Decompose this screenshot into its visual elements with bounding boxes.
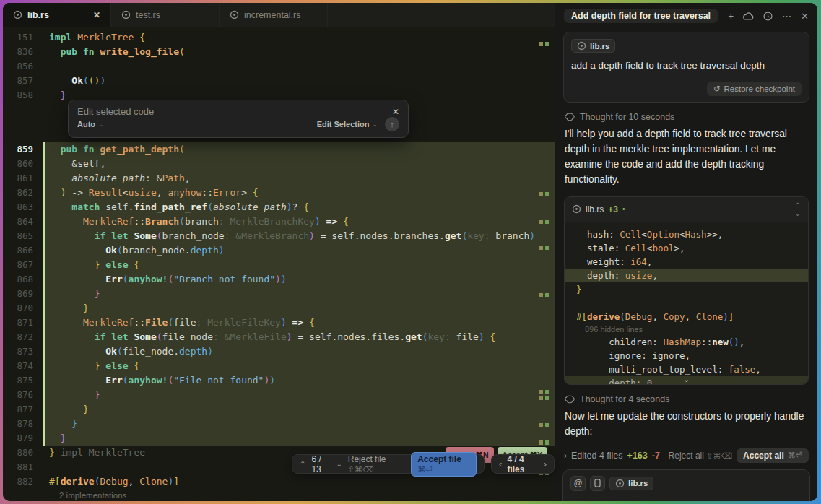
thought-row[interactable]: Thought for 4 seconds (565, 394, 808, 404)
diff-code-line: children: HashMap::new(), (565, 335, 808, 349)
code-token: weight: (576, 256, 630, 267)
code-token: Debug (625, 311, 653, 322)
code-line[interactable]: 878 } (3, 417, 555, 431)
code-token: MerkleRef (83, 317, 134, 328)
code-text: } (43, 402, 555, 417)
code-line[interactable]: 872 if let Some(file_node: &MerkleFile) … (3, 330, 555, 344)
reject-file-button[interactable]: Reject file ⇧⌘⌫ (348, 454, 405, 474)
expand-diff-icon[interactable]: ⌄ (683, 375, 690, 384)
hidden-lines-divider[interactable]: 896 hidden lines (565, 323, 808, 335)
chevron-down-icon[interactable]: ⌄ (336, 460, 342, 468)
restore-checkpoint-button[interactable]: ↺ Restore checkpoint (707, 82, 802, 96)
code-line[interactable]: 862 ) -> Result<usize, anyhow::Error> { (3, 186, 555, 200)
code-token: } (71, 418, 77, 429)
code-line[interactable]: 870 } (3, 301, 555, 316)
code-line[interactable]: 875 Err(anyhow!("File not found")) (3, 373, 555, 388)
diff-card-header[interactable]: lib.rs +3 • ⌃⌄ (565, 197, 808, 222)
diff-code-line: stale: Cell<bool>, (565, 241, 808, 255)
new-chat-icon[interactable]: + (729, 12, 734, 21)
code-token: depth (191, 245, 219, 256)
code-token (49, 187, 61, 198)
editor-pane: lib.rs✕test.rsincremental.rs Edit select… (3, 3, 555, 501)
reject-all-button[interactable]: Reject all ⇧⌘⌫ (669, 451, 732, 461)
next-file-icon[interactable]: › (544, 459, 547, 469)
code-line[interactable]: 879 } (3, 431, 555, 446)
close-tab-icon[interactable]: ✕ (83, 10, 100, 20)
submit-edit-button[interactable]: ↑ (385, 117, 399, 131)
tab-incremental.rs[interactable]: incremental.rs (220, 3, 328, 27)
accept-file-button[interactable]: Accept file ⌘⏎ (411, 452, 477, 477)
code-token: Some (134, 230, 156, 241)
scrollbar-diff-marker (539, 192, 549, 196)
diff-file-name: lib.rs (586, 204, 604, 214)
prev-file-icon[interactable]: ‹ (499, 459, 502, 469)
accept-all-button[interactable]: Accept all⌘⏎ (737, 448, 809, 463)
code-token (49, 288, 95, 299)
brain-icon (565, 113, 575, 121)
user-message-text: add a depth field to track tree traversa… (571, 60, 802, 71)
code-line[interactable]: 864 MerkleRef::Branch(branch: MerkleBran… (3, 214, 555, 229)
code-line[interactable]: 877 } (3, 402, 555, 417)
tab-test.rs[interactable]: test.rs (111, 3, 220, 27)
code-line[interactable]: 151impl MerkleTree { (3, 30, 555, 45)
code-token: , (157, 187, 168, 198)
code-line[interactable]: 861 absolute_path: &Path, (3, 171, 555, 186)
more-options-icon[interactable]: ⋯ (782, 12, 791, 21)
code-line[interactable]: 859 pub fn get_path_depth( (3, 142, 555, 157)
code-line[interactable]: 856 (3, 59, 555, 74)
code-line[interactable]: 866 Ok(branch_node.depth) (3, 243, 555, 258)
chevron-down-icon: ⌄ (372, 121, 378, 128)
code-token: ) (529, 230, 535, 241)
chevron-up-icon[interactable]: ⌃ (300, 460, 305, 468)
code-line[interactable]: 873 Ok(file_node.depth) (3, 344, 555, 359)
code-line[interactable]: 882#[derive(Debug, Clone)] (3, 474, 555, 489)
code-token: ) (269, 375, 275, 386)
mode-selector[interactable]: Edit Selection (317, 120, 370, 129)
history-icon[interactable] (763, 12, 773, 21)
code-line[interactable]: 857 Ok(()) (3, 74, 555, 88)
code-line[interactable]: 869 } (3, 287, 555, 301)
code-area[interactable]: Edit selected code ✕ Auto ⌄ Edit Selecti… (3, 27, 555, 501)
code-line[interactable]: 836 pub fn write_log_file( (3, 45, 555, 59)
thought-row[interactable]: Thought for 10 seconds (565, 112, 808, 122)
file-chip[interactable]: lib.rs (571, 39, 615, 53)
code-line[interactable]: 868 Err(anyhow!("Branch not found")) (3, 272, 555, 287)
implementations-annotation[interactable]: 2 implementations (3, 489, 555, 501)
code-diff-card: lib.rs +3 • ⌃⌄ hash: Cell<Option<Hash>>,… (564, 196, 809, 385)
cloud-icon[interactable] (743, 12, 754, 20)
code-line[interactable]: 874 } else { (3, 359, 555, 373)
scrollbar-diff-marker (539, 423, 549, 427)
add-context-button[interactable]: @ (570, 476, 586, 491)
code-token: ? (292, 201, 304, 212)
line-number: 881 (3, 460, 43, 474)
code-token: { (139, 32, 145, 43)
chevron-right-icon[interactable]: › (564, 451, 567, 461)
code-line[interactable]: 863 match self.find_path_ref(absolute_pa… (3, 200, 555, 214)
code-line[interactable]: 865 if let Some(branch_node: &MerkleBran… (3, 229, 555, 243)
code-line[interactable]: 867 } else { (3, 258, 555, 272)
code-line[interactable]: 860 &self, (3, 157, 555, 171)
code-token (49, 230, 95, 241)
inline-edit-input[interactable]: Edit selected code (77, 106, 392, 117)
code-line[interactable]: 876 } (3, 388, 555, 402)
composer-input[interactable]: Plan, search, build anything (572, 499, 801, 501)
file-chip[interactable]: lib.rs (609, 477, 653, 490)
diff-code-line: ignore: ignore, (565, 349, 808, 362)
chat-composer[interactable]: @ lib.rs Plan, search, build anything ∞ … (562, 469, 810, 501)
code-token: , (652, 311, 663, 322)
code-text: impl MerkleTree { (43, 30, 555, 45)
model-selector[interactable]: Auto (77, 120, 95, 129)
code-token: absolute_path (71, 173, 145, 183)
code-token: multi_root_top_level: (576, 364, 729, 375)
close-panel-icon[interactable]: ✕ (801, 12, 809, 21)
code-line[interactable]: 871 MerkleRef::File(file: MerkleFileKey)… (3, 316, 555, 330)
code-token (49, 433, 61, 443)
tab-lib.rs[interactable]: lib.rs✕ (3, 3, 111, 27)
code-token: Option (647, 229, 679, 240)
notebook-icon[interactable] (590, 476, 605, 491)
code-text: Ok(()) (43, 74, 555, 88)
code-token: "Branch not found" (173, 274, 275, 284)
code-token: >, (674, 243, 685, 253)
expand-collapse-icon[interactable]: ⌃⌄ (795, 201, 801, 217)
close-icon[interactable]: ✕ (392, 107, 399, 117)
